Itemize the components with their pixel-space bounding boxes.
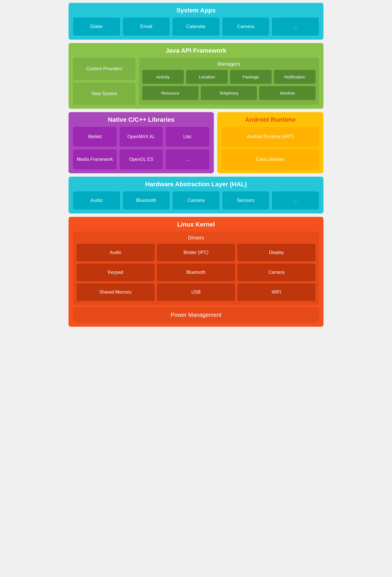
list-item: Window bbox=[259, 86, 316, 100]
java-api-content: Content Providers View System Managers A… bbox=[73, 58, 319, 105]
managers-row-2: Resource Telephony Window bbox=[142, 86, 316, 100]
list-item: Keypad bbox=[76, 264, 155, 281]
list-item: Libc bbox=[166, 127, 209, 147]
managers-grid: Activity Location Package Notification R… bbox=[142, 70, 316, 100]
managers-row-1: Activity Location Package Notification bbox=[142, 70, 316, 84]
list-item: Webkit bbox=[73, 127, 117, 147]
list-item: Package bbox=[230, 70, 272, 84]
java-api-layer: Java API Framework Content Providers Vie… bbox=[69, 43, 323, 109]
list-item: OpenGL ES bbox=[120, 149, 163, 169]
native-libs-row-1: Webkit OpenMAX AL Libc bbox=[73, 127, 209, 147]
list-item: Shared Memory bbox=[76, 283, 155, 301]
native-runtime-row: Native C/C++ Libraries Webkit OpenMAX AL… bbox=[69, 112, 323, 173]
list-item: Telephony bbox=[201, 86, 257, 100]
list-item: Sensors bbox=[222, 191, 269, 210]
list-item: Location bbox=[186, 70, 228, 84]
drivers-row-2: Keypad Bluetooth Camera bbox=[76, 264, 316, 281]
list-item: Binder (IPC) bbox=[157, 244, 235, 261]
drivers-section: Drivers Audio Binder (IPC) Display Keypa… bbox=[73, 232, 319, 304]
native-libs-title: Native C/C++ Libraries bbox=[73, 116, 209, 123]
list-item: Display bbox=[237, 244, 316, 261]
native-libs-layer: Native C/C++ Libraries Webkit OpenMAX AL… bbox=[69, 112, 214, 173]
list-item: Audio bbox=[76, 244, 155, 261]
system-apps-layer: System Apps Dialer Email Calendar Camera… bbox=[69, 3, 323, 40]
list-item: Camera bbox=[222, 18, 269, 36]
android-runtime-title: Android Runtime bbox=[222, 116, 319, 123]
native-libs-row-2: Media Framework OpenGL ES ... bbox=[73, 149, 209, 169]
list-item: Android Runtime (ART) bbox=[222, 127, 319, 147]
list-item: ... bbox=[272, 18, 319, 36]
list-item: ... bbox=[166, 149, 209, 169]
system-apps-items: Dialer Email Calendar Camera ... bbox=[73, 18, 319, 36]
list-item: Camera bbox=[237, 264, 316, 281]
list-item: View System bbox=[73, 83, 135, 105]
list-item: WIFI bbox=[237, 283, 316, 301]
list-item: Core Libraries bbox=[222, 149, 319, 169]
power-management: Power Management bbox=[73, 307, 319, 323]
drivers-title: Drivers bbox=[76, 235, 316, 241]
drivers-row-3: Shared Memory USB WIFI bbox=[76, 283, 316, 301]
native-libs-grid: Webkit OpenMAX AL Libc Media Framework O… bbox=[73, 127, 209, 169]
list-item: Bluetooth bbox=[123, 191, 170, 210]
list-item: Bluetooth bbox=[157, 264, 235, 281]
linux-kernel-layer: Linux Kernel Drivers Audio Binder (IPC) … bbox=[69, 217, 323, 327]
list-item: Notification bbox=[274, 70, 316, 84]
android-runtime-layer: Android Runtime Android Runtime (ART) Co… bbox=[217, 112, 323, 173]
list-item: OpenMAX AL bbox=[120, 127, 163, 147]
list-item: Audio bbox=[73, 191, 120, 210]
list-item: Camera bbox=[172, 191, 220, 210]
list-item: Dialer bbox=[73, 18, 120, 36]
list-item: Activity bbox=[142, 70, 184, 84]
drivers-row-1: Audio Binder (IPC) Display bbox=[76, 244, 316, 261]
list-item: Email bbox=[123, 18, 170, 36]
hal-items: Audio Bluetooth Camera Sensors ... bbox=[73, 191, 319, 210]
android-runtime-items: Android Runtime (ART) Core Libraries bbox=[222, 127, 319, 169]
list-item: Content Providers bbox=[73, 58, 135, 80]
list-item: Resource bbox=[142, 86, 199, 100]
list-item: Media Framework bbox=[73, 149, 117, 169]
java-api-right: Managers Activity Location Package Notif… bbox=[139, 58, 319, 105]
java-api-left: Content Providers View System bbox=[73, 58, 135, 105]
android-architecture-diagram: System Apps Dialer Email Calendar Camera… bbox=[69, 3, 323, 327]
system-apps-title: System Apps bbox=[73, 7, 319, 14]
hal-layer: Hardware Abstraction Layer (HAL) Audio B… bbox=[69, 177, 323, 213]
java-api-title: Java API Framework bbox=[73, 47, 319, 54]
list-item: Calendar bbox=[172, 18, 220, 36]
managers-title: Managers bbox=[142, 61, 316, 67]
list-item: USB bbox=[157, 283, 235, 301]
drivers-grid: Audio Binder (IPC) Display Keypad Blueto… bbox=[76, 244, 316, 301]
linux-kernel-title: Linux Kernel bbox=[73, 221, 319, 228]
hal-title: Hardware Abstraction Layer (HAL) bbox=[73, 181, 319, 188]
list-item: ... bbox=[272, 191, 319, 210]
